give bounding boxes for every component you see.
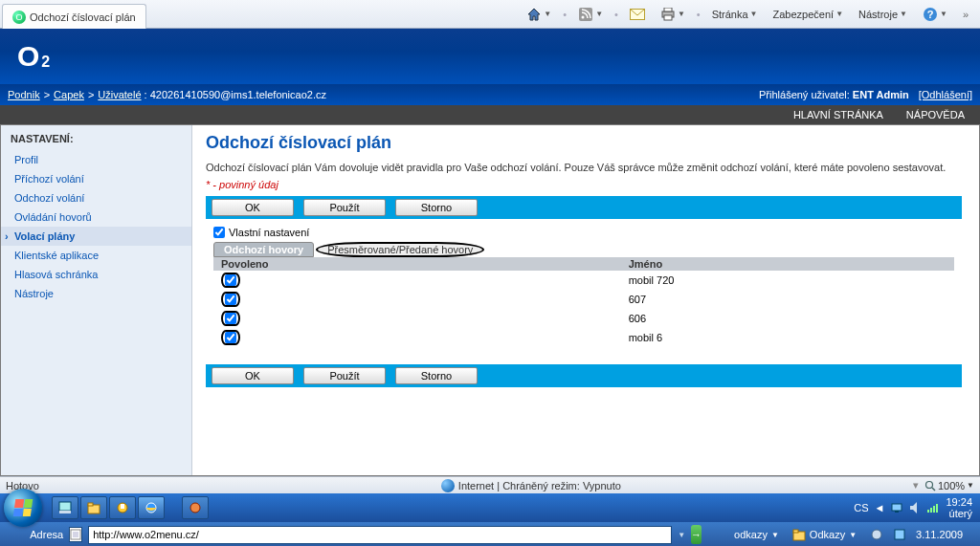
security-menu[interactable]: Zabezpečení ▼	[769, 7, 848, 22]
help-menu[interactable]: ? ▼	[919, 5, 951, 24]
logo-2: 2	[41, 54, 50, 71]
print-button[interactable]: ▼	[657, 5, 689, 24]
taskbar-app[interactable]	[182, 496, 209, 519]
svg-rect-10	[59, 502, 71, 511]
start-button[interactable]	[4, 489, 42, 527]
chevron-down-icon[interactable]: ▼	[678, 531, 685, 539]
apply-button[interactable]: Použít	[303, 367, 386, 384]
own-settings-checkbox[interactable]	[213, 227, 225, 238]
address-input[interactable]	[88, 526, 672, 544]
content: Odchozí číslovací plán Odchozí číslovací…	[192, 125, 979, 475]
allowed-checkbox[interactable]	[225, 332, 236, 343]
folder-icon	[792, 528, 806, 541]
sidebar-item-voicemail[interactable]: Hlasová schránka	[1, 265, 191, 284]
table-row: 606	[213, 309, 954, 328]
globe-icon	[441, 479, 455, 492]
ql-explorer[interactable]	[80, 496, 107, 519]
sidebar: NASTAVENÍ: Profil Příchozí volání Odchoz…	[1, 125, 192, 475]
sidebar-item-client-apps[interactable]: Klientské aplikace	[1, 246, 191, 265]
annotation-oval	[221, 292, 240, 307]
o2-logo: O2	[17, 40, 50, 73]
sidebar-item-dial-plans[interactable]: Volací plány	[1, 227, 191, 246]
crumb-capek[interactable]: Capek	[54, 89, 84, 100]
allowed-checkbox[interactable]	[225, 294, 236, 305]
rss-icon	[578, 7, 593, 22]
ql-ie[interactable]	[138, 496, 165, 519]
security-menu-label: Zabezpečení	[773, 9, 835, 20]
menu-home[interactable]: HLAVNÍ STRÁNKA	[793, 109, 883, 120]
cancel-button[interactable]: Storno	[395, 199, 478, 216]
sidebar-item-incoming[interactable]: Příchozí volání	[1, 169, 191, 188]
allowed-checkbox[interactable]	[225, 274, 236, 286]
chevron-down-icon: ▼	[900, 10, 907, 18]
wifi-icon[interactable]	[926, 502, 940, 513]
own-settings-label[interactable]: Vlastní nastavení	[213, 227, 954, 238]
svg-rect-15	[121, 504, 124, 509]
crumb-users[interactable]: Uživatelé	[98, 89, 141, 100]
lang-indicator[interactable]: CS	[854, 502, 868, 513]
site-header: O2	[0, 29, 980, 84]
tab-outgoing[interactable]: Odchozí hovory	[213, 242, 314, 257]
svg-rect-20	[927, 510, 929, 513]
svg-rect-11	[59, 511, 71, 513]
cancel-button[interactable]: Storno	[395, 367, 478, 384]
zoom-control[interactable]: 100% ▼	[924, 480, 974, 491]
network-icon[interactable]	[890, 501, 903, 514]
svg-rect-21	[930, 508, 932, 513]
zoom-value: 100%	[938, 480, 965, 491]
svg-point-1	[582, 15, 585, 18]
logo-o: O	[17, 40, 39, 73]
tools-menu[interactable]: Nástroje ▼	[855, 7, 911, 22]
windows-logo-icon	[13, 499, 33, 516]
tray-icon[interactable]: ◄	[875, 502, 885, 513]
sidebar-item-tools[interactable]: Nástroje	[1, 284, 191, 303]
tray-icon[interactable]	[893, 528, 906, 541]
tab-forwarded[interactable]: Přesměrované/Předané hovory	[316, 242, 484, 257]
browser-tab[interactable]: O Odchozí číslovací plán	[2, 4, 146, 29]
clock[interactable]: 19:24 úterý	[946, 496, 972, 519]
allowed-checkbox[interactable]	[225, 313, 236, 324]
mail-icon	[630, 7, 645, 22]
app-body: NASTAVENÍ: Profil Příchozí volání Odchoz…	[0, 124, 980, 476]
tab-title: Odchozí číslovací plán	[30, 11, 136, 23]
crumb-podnik[interactable]: Podnik	[8, 89, 40, 100]
chevron-down-icon: ▼	[835, 10, 843, 18]
go-button[interactable]: →	[691, 525, 702, 544]
rules-table: Povoleno Jméno mobil 720 607 606 m	[213, 257, 954, 347]
expand-icon[interactable]: »	[959, 9, 972, 20]
sidebar-item-outgoing[interactable]: Odchozí volání	[1, 188, 191, 207]
logout-link[interactable]: [Odhlášení]	[919, 89, 972, 100]
chevron-down-icon: ▼	[967, 481, 974, 490]
zoom-icon	[924, 480, 936, 491]
protected-mode-icon[interactable]: ▾	[913, 479, 919, 491]
svg-text:?: ?	[927, 9, 934, 20]
rss-button[interactable]: ▼	[574, 5, 607, 24]
print-icon	[660, 7, 676, 22]
clock-date[interactable]: 3.11.2009	[916, 529, 963, 540]
ql-outlook[interactable]	[109, 496, 136, 519]
page-menu[interactable]: Stránka ▼	[708, 7, 762, 22]
button-bar-top: OK Použít Storno	[206, 196, 962, 219]
ok-button[interactable]: OK	[212, 367, 294, 384]
tray-icon[interactable]	[870, 528, 883, 541]
mail-button[interactable]	[626, 5, 649, 24]
ql-show-desktop[interactable]	[52, 496, 78, 519]
required-note: * - povinný údaj	[206, 179, 962, 190]
taskbar-apps	[176, 496, 214, 519]
svg-line-9	[932, 488, 935, 491]
apply-button[interactable]: Použít	[303, 199, 386, 216]
menu-help[interactable]: NÁPOVĚDA	[906, 109, 965, 120]
sidebar-item-profil[interactable]: Profil	[1, 150, 191, 169]
ok-button[interactable]: OK	[212, 199, 294, 216]
chevron-down-icon: ▼	[771, 531, 779, 539]
sidebar-item-call-control[interactable]: Ovládání hovorů	[1, 207, 191, 227]
links-menu[interactable]: Odkazy	[810, 529, 845, 540]
table-row: 607	[213, 290, 954, 309]
svg-point-17	[190, 503, 200, 513]
sidebar-title: NASTAVENÍ:	[1, 131, 191, 150]
annotation-oval	[221, 311, 240, 326]
home-button[interactable]: ▼	[523, 5, 555, 24]
links-word[interactable]: odkazy	[734, 529, 768, 540]
help-icon: ?	[923, 7, 938, 22]
volume-icon[interactable]	[909, 501, 921, 514]
